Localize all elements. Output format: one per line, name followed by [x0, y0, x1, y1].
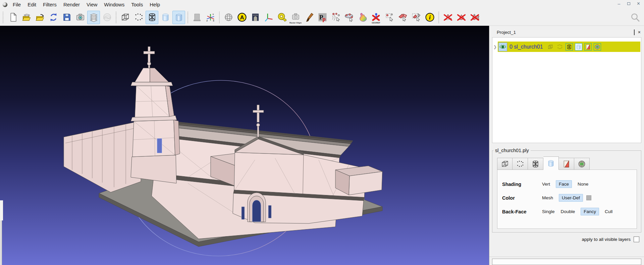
points-button[interactable]: [132, 11, 145, 24]
3d-viewport[interactable]: [0, 26, 489, 265]
chevron-right-icon[interactable]: ❯: [492, 42, 498, 52]
layer-texture-toggle[interactable]: [594, 43, 601, 51]
tab-points[interactable]: [513, 158, 528, 170]
select-faces-button[interactable]: [396, 11, 409, 24]
layer-list: ❯ 0 sl_church01: [492, 37, 641, 143]
bbox-button[interactable]: [119, 11, 131, 24]
select-vertices-button[interactable]: [383, 11, 396, 24]
pp-logo-button[interactable]: [316, 11, 329, 24]
snapshot-button[interactable]: [74, 11, 87, 24]
monument-icon: [251, 12, 260, 22]
align-points-button[interactable]: [329, 11, 342, 24]
menu-windows[interactable]: Windows: [101, 1, 128, 8]
toolbar-caption: Raster Alignment: [289, 22, 302, 24]
option-cull[interactable]: Cull: [604, 208, 613, 215]
option-none[interactable]: None: [577, 181, 589, 188]
property-label: Back-Face: [502, 209, 542, 214]
option-face[interactable]: Face: [556, 180, 572, 188]
layer-visibility-button[interactable]: [498, 43, 507, 51]
apply-all-label: apply to all visible layers: [582, 237, 631, 242]
tab-texture[interactable]: [574, 158, 590, 170]
delete-vertices-icon: [443, 12, 453, 22]
tab-smooth-cylinder[interactable]: [543, 156, 559, 170]
delete-vertices-button[interactable]: [441, 11, 454, 24]
wireframe-button[interactable]: [146, 11, 158, 24]
reload-icon: [49, 12, 58, 22]
rgb-axes-button[interactable]: [262, 11, 275, 24]
text-annotation-button[interactable]: [235, 11, 248, 24]
property-label: Shading: [502, 182, 542, 187]
menu-render[interactable]: Render: [60, 1, 83, 8]
snapshot-icon: [75, 12, 85, 22]
search-button[interactable]: [629, 11, 641, 23]
menu-filters[interactable]: Filters: [40, 1, 60, 8]
render-mode-pane: ShadingVertFaceNoneColorMeshUser-DefBack…: [497, 170, 637, 229]
background-image-icon: [102, 12, 112, 22]
minimize-button[interactable]: –: [614, 0, 624, 7]
apply-all-checkbox[interactable]: [634, 237, 639, 242]
info-button[interactable]: [423, 11, 436, 24]
georef-button[interactable]: GEOREF: [370, 11, 382, 24]
voxel-grid-button[interactable]: [191, 11, 203, 24]
option-fancy[interactable]: Fancy: [581, 208, 599, 215]
dock-float-button[interactable]: [634, 30, 635, 35]
close-button[interactable]: ×: [634, 0, 643, 7]
toolbar-drag-handle[interactable]: [3, 12, 5, 23]
project-panel-titlebar[interactable]: Project_1 ×: [489, 28, 644, 37]
layer-wireframe-toggle[interactable]: [566, 43, 573, 51]
measure-tape-button[interactable]: [276, 11, 288, 24]
open-project-button[interactable]: [20, 11, 33, 24]
flat-cylinder-button[interactable]: [172, 11, 185, 24]
voxel-grid-icon: [192, 12, 202, 22]
layer-points-toggle[interactable]: [556, 43, 564, 51]
info-icon: [425, 12, 435, 22]
xyz-axes-button[interactable]: [204, 11, 217, 24]
smooth-cylinder-button[interactable]: [159, 11, 172, 24]
bunny-button[interactable]: [356, 11, 369, 24]
option-userdef[interactable]: User-Def: [559, 194, 583, 202]
layer-bbox-toggle[interactable]: [547, 43, 554, 51]
meshlab-logo-icon: [3, 2, 7, 7]
delete-all-button[interactable]: [468, 11, 481, 24]
restore-button[interactable]: [624, 0, 634, 7]
align-disc-button[interactable]: [343, 11, 356, 24]
menu-file[interactable]: File: [9, 1, 24, 8]
paintbrush-button[interactable]: [303, 11, 315, 24]
option-mesh[interactable]: Mesh: [542, 194, 553, 201]
option-single[interactable]: Single: [542, 208, 555, 215]
layer-dock: Project_1 × ❯ 0 sl_church01: [489, 26, 644, 265]
property-rows: ShadingVertFaceNoneColorMeshUser-DefBack…: [497, 177, 637, 218]
option-vert[interactable]: Vert: [542, 181, 550, 188]
menu-edit[interactable]: Edit: [24, 1, 40, 8]
measure-tape-icon: [277, 12, 287, 22]
option-double[interactable]: Double: [560, 208, 576, 215]
layers-icon: [89, 12, 99, 22]
save-button[interactable]: [60, 11, 73, 24]
menu-tools[interactable]: Tools: [128, 1, 146, 8]
raster-camera-button[interactable]: Raster Alignment: [289, 11, 302, 24]
tab-bbox[interactable]: [497, 158, 513, 170]
layer-backface-toggle[interactable]: [584, 43, 592, 51]
select-faces-rect-button[interactable]: [410, 11, 423, 24]
menu-help[interactable]: Help: [146, 1, 163, 8]
trackball-button[interactable]: [222, 11, 235, 24]
background-image-button[interactable]: [101, 11, 113, 24]
new-file-button[interactable]: [7, 11, 19, 24]
eye-icon: [499, 43, 506, 51]
delete-faces-button[interactable]: [455, 11, 468, 24]
tab-wireframe[interactable]: [528, 158, 543, 170]
property-label: Color: [502, 195, 542, 201]
reload-button[interactable]: [47, 11, 60, 24]
monument-button[interactable]: [249, 11, 262, 24]
tab-backface[interactable]: [559, 158, 574, 170]
open-project-icon: [22, 12, 32, 22]
background-window-edge: [0, 200, 3, 220]
layer-row-sl-church01[interactable]: 0 sl_church01: [498, 42, 640, 52]
open-mesh-button[interactable]: [34, 11, 46, 24]
save-icon: [62, 12, 72, 22]
dock-close-button[interactable]: ×: [638, 30, 641, 34]
color-swatch[interactable]: [586, 195, 591, 200]
menu-view[interactable]: View: [83, 1, 101, 8]
layer-solid-toggle[interactable]: [575, 43, 582, 51]
layers-button[interactable]: [87, 11, 100, 24]
